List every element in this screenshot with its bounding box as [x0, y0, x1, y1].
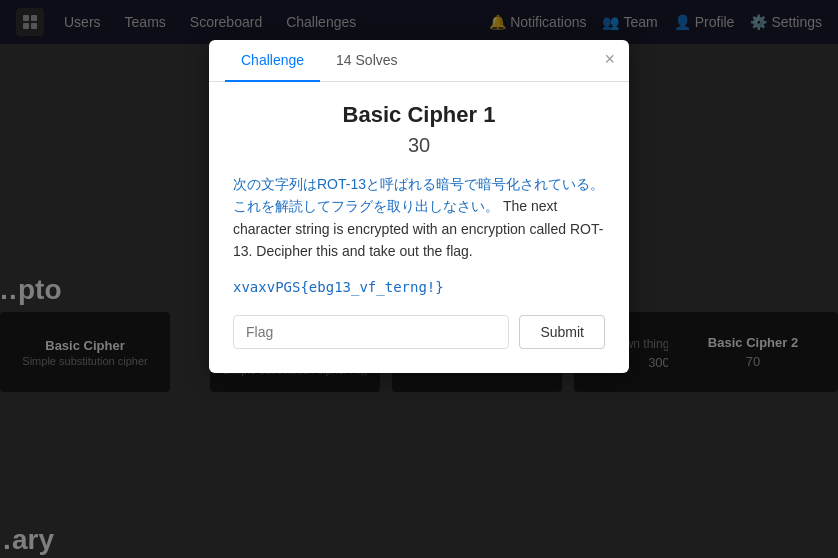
modal-body: Basic Cipher 1 30 次の文字列はROT-13と呼ばれる暗号で暗号… [209, 82, 629, 373]
tab-solves[interactable]: 14 Solves [320, 40, 413, 82]
modal-tabs: Challenge 14 Solves [209, 40, 629, 82]
challenge-title: Basic Cipher 1 [233, 102, 605, 128]
flag-input[interactable] [233, 315, 509, 349]
challenge-description: 次の文字列はROT-13と呼ばれる暗号で暗号化されている。これを解読してフラグを… [233, 173, 605, 263]
modal-footer: Submit [233, 315, 605, 349]
cipher-text: xvaxvPGS{ebg13_vf_terng!} [233, 279, 605, 295]
close-button[interactable]: × [604, 50, 615, 68]
challenge-modal: × Challenge 14 Solves Basic Cipher 1 30 … [209, 40, 629, 373]
submit-button[interactable]: Submit [519, 315, 605, 349]
challenge-points: 30 [233, 134, 605, 157]
modal-overlay[interactable]: × Challenge 14 Solves Basic Cipher 1 30 … [0, 0, 838, 558]
tab-challenge[interactable]: Challenge [225, 40, 320, 82]
